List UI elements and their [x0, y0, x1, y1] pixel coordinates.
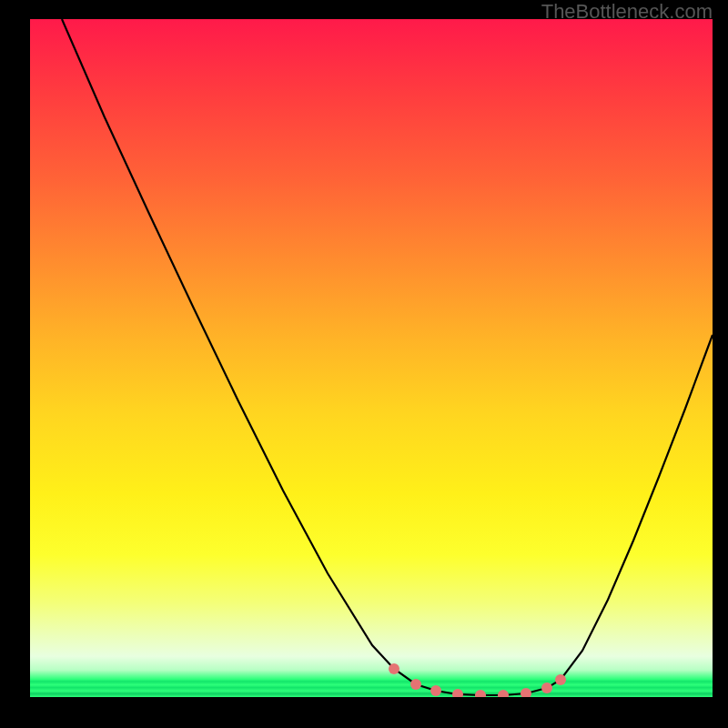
highlight-dot [452, 689, 463, 697]
highlight-dot [410, 679, 421, 690]
highlight-dot [475, 690, 486, 697]
highlight-dot [498, 690, 509, 697]
highlight-dot [555, 674, 566, 685]
chart-frame [0, 19, 728, 728]
bottleneck-curve [62, 19, 713, 695]
highlight-dots [389, 663, 566, 697]
highlight-dot [389, 663, 399, 674]
highlight-dot [430, 685, 441, 696]
plot-area [30, 19, 713, 697]
highlight-dot [521, 688, 531, 697]
highlight-dot [541, 682, 552, 693]
bottleneck-curve-svg [30, 19, 713, 697]
